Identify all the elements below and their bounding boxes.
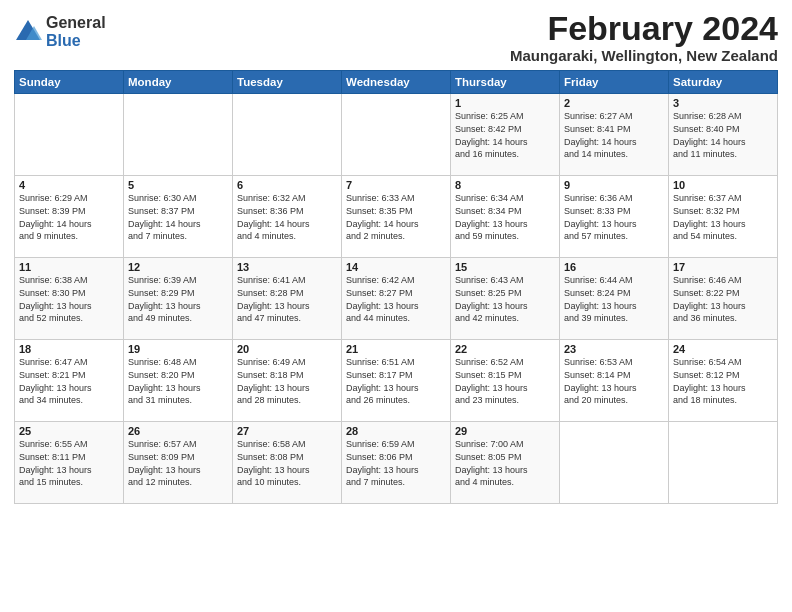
day-info-w2-d3: Sunrise: 6:42 AM Sunset: 8:27 PM Dayligh… [346, 274, 446, 324]
day-info-w1-d6: Sunrise: 6:37 AM Sunset: 8:32 PM Dayligh… [673, 192, 773, 242]
day-info-w2-d6: Sunrise: 6:46 AM Sunset: 8:22 PM Dayligh… [673, 274, 773, 324]
day-number-w3-d4: 22 [455, 343, 555, 355]
cell-w2-d1: 12Sunrise: 6:39 AM Sunset: 8:29 PM Dayli… [124, 258, 233, 340]
day-info-w3-d1: Sunrise: 6:48 AM Sunset: 8:20 PM Dayligh… [128, 356, 228, 406]
day-number-w4-d0: 25 [19, 425, 119, 437]
cell-w0-d6: 3Sunrise: 6:28 AM Sunset: 8:40 PM Daylig… [669, 94, 778, 176]
day-number-w1-d2: 6 [237, 179, 337, 191]
day-number-w4-d3: 28 [346, 425, 446, 437]
day-number-w1-d0: 4 [19, 179, 119, 191]
day-info-w4-d4: Sunrise: 7:00 AM Sunset: 8:05 PM Dayligh… [455, 438, 555, 488]
day-number-w0-d4: 1 [455, 97, 555, 109]
logo-icon [14, 18, 42, 46]
cell-w2-d3: 14Sunrise: 6:42 AM Sunset: 8:27 PM Dayli… [342, 258, 451, 340]
day-number-w2-d1: 12 [128, 261, 228, 273]
day-info-w3-d0: Sunrise: 6:47 AM Sunset: 8:21 PM Dayligh… [19, 356, 119, 406]
day-info-w4-d3: Sunrise: 6:59 AM Sunset: 8:06 PM Dayligh… [346, 438, 446, 488]
logo-general: General [46, 14, 106, 32]
day-number-w3-d0: 18 [19, 343, 119, 355]
logo: General Blue [14, 14, 106, 49]
col-thursday: Thursday [451, 71, 560, 94]
col-sunday: Sunday [15, 71, 124, 94]
cell-w4-d2: 27Sunrise: 6:58 AM Sunset: 8:08 PM Dayli… [233, 422, 342, 504]
day-info-w2-d0: Sunrise: 6:38 AM Sunset: 8:30 PM Dayligh… [19, 274, 119, 324]
day-info-w1-d2: Sunrise: 6:32 AM Sunset: 8:36 PM Dayligh… [237, 192, 337, 242]
col-monday: Monday [124, 71, 233, 94]
col-friday: Friday [560, 71, 669, 94]
day-info-w2-d1: Sunrise: 6:39 AM Sunset: 8:29 PM Dayligh… [128, 274, 228, 324]
logo-blue: Blue [46, 32, 106, 50]
cell-w4-d6 [669, 422, 778, 504]
day-number-w2-d4: 15 [455, 261, 555, 273]
calendar-header: Sunday Monday Tuesday Wednesday Thursday… [15, 71, 778, 94]
day-info-w3-d4: Sunrise: 6:52 AM Sunset: 8:15 PM Dayligh… [455, 356, 555, 406]
calendar-subtitle: Maungaraki, Wellington, New Zealand [510, 47, 778, 64]
cell-w1-d1: 5Sunrise: 6:30 AM Sunset: 8:37 PM Daylig… [124, 176, 233, 258]
cell-w1-d3: 7Sunrise: 6:33 AM Sunset: 8:35 PM Daylig… [342, 176, 451, 258]
day-info-w3-d5: Sunrise: 6:53 AM Sunset: 8:14 PM Dayligh… [564, 356, 664, 406]
cell-w0-d0 [15, 94, 124, 176]
cell-w3-d5: 23Sunrise: 6:53 AM Sunset: 8:14 PM Dayli… [560, 340, 669, 422]
col-saturday: Saturday [669, 71, 778, 94]
day-number-w1-d3: 7 [346, 179, 446, 191]
day-info-w0-d6: Sunrise: 6:28 AM Sunset: 8:40 PM Dayligh… [673, 110, 773, 160]
cell-w4-d4: 29Sunrise: 7:00 AM Sunset: 8:05 PM Dayli… [451, 422, 560, 504]
cell-w0-d1 [124, 94, 233, 176]
day-number-w2-d5: 16 [564, 261, 664, 273]
week-row-1: 4Sunrise: 6:29 AM Sunset: 8:39 PM Daylig… [15, 176, 778, 258]
day-number-w3-d6: 24 [673, 343, 773, 355]
cell-w0-d4: 1Sunrise: 6:25 AM Sunset: 8:42 PM Daylig… [451, 94, 560, 176]
day-info-w3-d2: Sunrise: 6:49 AM Sunset: 8:18 PM Dayligh… [237, 356, 337, 406]
day-number-w1-d4: 8 [455, 179, 555, 191]
day-number-w3-d5: 23 [564, 343, 664, 355]
day-number-w3-d3: 21 [346, 343, 446, 355]
header: General Blue February 2024 Maungaraki, W… [14, 10, 778, 64]
logo-text: General Blue [46, 14, 106, 49]
day-number-w4-d2: 27 [237, 425, 337, 437]
cell-w1-d4: 8Sunrise: 6:34 AM Sunset: 8:34 PM Daylig… [451, 176, 560, 258]
cell-w1-d2: 6Sunrise: 6:32 AM Sunset: 8:36 PM Daylig… [233, 176, 342, 258]
cell-w3-d6: 24Sunrise: 6:54 AM Sunset: 8:12 PM Dayli… [669, 340, 778, 422]
cell-w0-d5: 2Sunrise: 6:27 AM Sunset: 8:41 PM Daylig… [560, 94, 669, 176]
day-info-w1-d1: Sunrise: 6:30 AM Sunset: 8:37 PM Dayligh… [128, 192, 228, 242]
day-info-w3-d3: Sunrise: 6:51 AM Sunset: 8:17 PM Dayligh… [346, 356, 446, 406]
cell-w2-d2: 13Sunrise: 6:41 AM Sunset: 8:28 PM Dayli… [233, 258, 342, 340]
day-info-w1-d3: Sunrise: 6:33 AM Sunset: 8:35 PM Dayligh… [346, 192, 446, 242]
cell-w3-d0: 18Sunrise: 6:47 AM Sunset: 8:21 PM Dayli… [15, 340, 124, 422]
col-tuesday: Tuesday [233, 71, 342, 94]
day-number-w2-d2: 13 [237, 261, 337, 273]
day-info-w4-d1: Sunrise: 6:57 AM Sunset: 8:09 PM Dayligh… [128, 438, 228, 488]
cell-w1-d6: 10Sunrise: 6:37 AM Sunset: 8:32 PM Dayli… [669, 176, 778, 258]
day-info-w2-d4: Sunrise: 6:43 AM Sunset: 8:25 PM Dayligh… [455, 274, 555, 324]
day-info-w1-d4: Sunrise: 6:34 AM Sunset: 8:34 PM Dayligh… [455, 192, 555, 242]
cell-w2-d5: 16Sunrise: 6:44 AM Sunset: 8:24 PM Dayli… [560, 258, 669, 340]
day-number-w0-d5: 2 [564, 97, 664, 109]
day-number-w2-d0: 11 [19, 261, 119, 273]
calendar-body: 1Sunrise: 6:25 AM Sunset: 8:42 PM Daylig… [15, 94, 778, 504]
week-row-3: 18Sunrise: 6:47 AM Sunset: 8:21 PM Dayli… [15, 340, 778, 422]
cell-w1-d5: 9Sunrise: 6:36 AM Sunset: 8:33 PM Daylig… [560, 176, 669, 258]
day-info-w0-d4: Sunrise: 6:25 AM Sunset: 8:42 PM Dayligh… [455, 110, 555, 160]
calendar-table: Sunday Monday Tuesday Wednesday Thursday… [14, 70, 778, 504]
day-info-w4-d0: Sunrise: 6:55 AM Sunset: 8:11 PM Dayligh… [19, 438, 119, 488]
day-info-w4-d2: Sunrise: 6:58 AM Sunset: 8:08 PM Dayligh… [237, 438, 337, 488]
week-row-0: 1Sunrise: 6:25 AM Sunset: 8:42 PM Daylig… [15, 94, 778, 176]
cell-w4-d3: 28Sunrise: 6:59 AM Sunset: 8:06 PM Dayli… [342, 422, 451, 504]
day-number-w1-d5: 9 [564, 179, 664, 191]
cell-w3-d4: 22Sunrise: 6:52 AM Sunset: 8:15 PM Dayli… [451, 340, 560, 422]
day-number-w2-d6: 17 [673, 261, 773, 273]
cell-w4-d0: 25Sunrise: 6:55 AM Sunset: 8:11 PM Dayli… [15, 422, 124, 504]
day-info-w1-d5: Sunrise: 6:36 AM Sunset: 8:33 PM Dayligh… [564, 192, 664, 242]
cell-w1-d0: 4Sunrise: 6:29 AM Sunset: 8:39 PM Daylig… [15, 176, 124, 258]
cell-w2-d4: 15Sunrise: 6:43 AM Sunset: 8:25 PM Dayli… [451, 258, 560, 340]
day-info-w1-d0: Sunrise: 6:29 AM Sunset: 8:39 PM Dayligh… [19, 192, 119, 242]
header-row: Sunday Monday Tuesday Wednesday Thursday… [15, 71, 778, 94]
cell-w3-d3: 21Sunrise: 6:51 AM Sunset: 8:17 PM Dayli… [342, 340, 451, 422]
day-number-w4-d4: 29 [455, 425, 555, 437]
day-info-w3-d6: Sunrise: 6:54 AM Sunset: 8:12 PM Dayligh… [673, 356, 773, 406]
cell-w3-d2: 20Sunrise: 6:49 AM Sunset: 8:18 PM Dayli… [233, 340, 342, 422]
col-wednesday: Wednesday [342, 71, 451, 94]
cell-w2-d0: 11Sunrise: 6:38 AM Sunset: 8:30 PM Dayli… [15, 258, 124, 340]
title-block: February 2024 Maungaraki, Wellington, Ne… [510, 10, 778, 64]
day-number-w3-d1: 19 [128, 343, 228, 355]
